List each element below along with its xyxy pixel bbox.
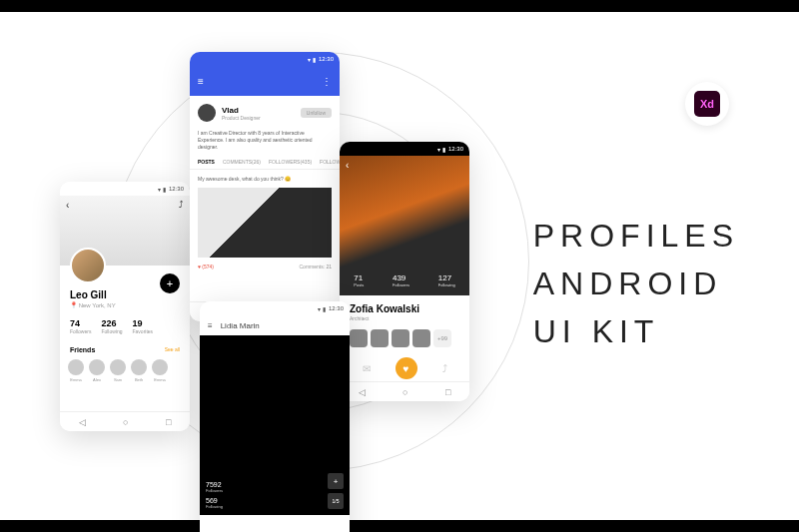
- mockup-vlad: ▾ ▮12:30 ≡⋮ VladProduct Designer Unfollo…: [190, 52, 340, 321]
- post-text: My awesome desk, what do you think? 😊: [190, 170, 340, 188]
- post-image[interactable]: [198, 188, 332, 258]
- gallery-thumb[interactable]: [412, 329, 430, 347]
- nav-recent-icon[interactable]: □: [166, 417, 171, 427]
- back-icon[interactable]: ‹: [346, 160, 349, 171]
- friend-avatar[interactable]: [110, 359, 126, 375]
- product-title: PROFILES ANDROID UI KIT: [533, 212, 739, 355]
- stat-label: Favorites: [133, 328, 154, 334]
- share-icon[interactable]: ⤴: [179, 200, 184, 210]
- tab-followers[interactable]: FOLLOWERS(435): [269, 159, 312, 165]
- photo-viewer[interactable]: 7592Followers 569Following + 1/5: [200, 335, 350, 515]
- share-icon[interactable]: ⤴: [442, 363, 447, 374]
- nav-home-icon[interactable]: ○: [123, 417, 128, 427]
- follow-button[interactable]: Unfollow: [301, 108, 332, 118]
- tab-following[interactable]: FOLLOW: [320, 159, 340, 165]
- tab-row: POSTS COMMENTS(26) FOLLOWERS(435) FOLLOW: [190, 151, 340, 170]
- back-icon[interactable]: ‹: [66, 200, 69, 211]
- mockup-leo: ▾ ▮12:30 ‹ ⤴ + Leo Gill 📍 New York, NY 7…: [60, 182, 190, 431]
- stats-overlay: 7592Followers 569Following: [206, 481, 223, 509]
- profile-role: Architect: [350, 315, 459, 321]
- nav-home-icon[interactable]: ○: [402, 387, 407, 397]
- friend-avatar[interactable]: [152, 359, 168, 375]
- statusbar: ▾ ▮12:30: [60, 182, 190, 196]
- gallery-thumb[interactable]: [371, 329, 389, 347]
- friends-row: Emma Alex Sam Beth Emma: [68, 359, 182, 382]
- statusbar: ▾ ▮12:30: [340, 142, 469, 156]
- gallery-thumb[interactable]: [392, 329, 409, 347]
- page-indicator: 1/5: [328, 493, 344, 509]
- message-icon[interactable]: ✉: [363, 363, 371, 374]
- avatar[interactable]: [70, 248, 106, 283]
- comment-count[interactable]: Comments: 21: [299, 264, 332, 269]
- mockup-zofia: ▾ ▮12:30 ‹ 71Posts 439Followers 127Follo…: [340, 142, 469, 401]
- profile-location: 📍 New York, NY: [70, 301, 190, 308]
- hero-stats: 71Posts 439Followers 127Following: [340, 273, 469, 287]
- user-row: VladProduct Designer Unfollow: [190, 96, 340, 130]
- tab-posts[interactable]: POSTS: [198, 159, 215, 165]
- stat-label: Followers: [70, 328, 91, 334]
- stat-value: 19: [133, 318, 154, 328]
- title-line: ANDROID: [533, 260, 739, 307]
- stage: PROFILES ANDROID UI KIT Xd ▾ ▮12:30 ‹ ⤴ …: [0, 12, 799, 520]
- gallery-row: +99: [350, 329, 459, 347]
- profile-hero: ‹ ⤴: [60, 196, 190, 266]
- stat-value: 226: [101, 318, 122, 328]
- menu-icon[interactable]: ≡: [198, 76, 204, 87]
- xd-badge: Xd: [685, 82, 729, 126]
- stat-value: 74: [70, 318, 91, 328]
- mockup-lidia: ▾ ▮12:30 ≡ Lidia Marin 7592Followers 569…: [200, 301, 350, 532]
- stat-label: Following: [101, 328, 122, 334]
- app-header: ≡⋮: [190, 66, 340, 96]
- title-line: UI KIT: [533, 307, 739, 355]
- see-all-link[interactable]: See all: [165, 346, 180, 353]
- profile-bio: I am Creative Director with 8 years of I…: [190, 130, 340, 151]
- app-header: ≡ Lidia Marin: [200, 315, 350, 335]
- profile-name: Zofia Kowalski: [350, 303, 459, 314]
- gallery-more[interactable]: +99: [433, 329, 451, 347]
- like-button[interactable]: ♥: [396, 357, 417, 379]
- profile-name: Vlad: [222, 106, 261, 115]
- menu-icon[interactable]: ≡: [208, 321, 213, 330]
- nav-recent-icon[interactable]: □: [445, 387, 450, 397]
- nav-back-icon[interactable]: ◁: [359, 387, 366, 397]
- avatar[interactable]: [198, 104, 216, 122]
- like-count[interactable]: ♥ (574): [198, 264, 214, 269]
- gallery-thumb[interactable]: [350, 329, 368, 347]
- friends-label: Friends: [70, 346, 95, 353]
- statusbar: ▾ ▮12:30: [200, 301, 350, 315]
- friends-header: Friends See all: [70, 346, 180, 353]
- xd-icon: Xd: [694, 91, 720, 117]
- statusbar: ▾ ▮12:30: [190, 52, 340, 66]
- profile-name: Lidia Marin: [221, 321, 260, 330]
- android-navbar: ◁○□: [60, 411, 190, 431]
- add-button[interactable]: +: [328, 473, 344, 489]
- stats-row: 74Followers 226Following 19Favorites: [70, 318, 180, 334]
- nav-back-icon[interactable]: ◁: [79, 417, 86, 427]
- tab-comments[interactable]: COMMENTS(26): [223, 159, 261, 165]
- profile-role: Product Designer: [222, 115, 261, 121]
- title-line: PROFILES: [533, 212, 739, 260]
- action-row: ✉ ♥ ⤴: [350, 357, 459, 379]
- friend-avatar[interactable]: [131, 359, 147, 375]
- post-meta: ♥ (574) Comments: 21: [190, 258, 340, 275]
- more-icon[interactable]: ⋮: [322, 76, 332, 87]
- profile-hero: ‹ 71Posts 439Followers 127Following: [340, 156, 469, 295]
- friend-avatar[interactable]: [89, 359, 105, 375]
- android-navbar: ◁○□: [340, 381, 469, 401]
- friend-avatar[interactable]: [68, 359, 84, 375]
- photo-controls: + 1/5: [328, 473, 344, 509]
- add-button[interactable]: +: [160, 273, 180, 293]
